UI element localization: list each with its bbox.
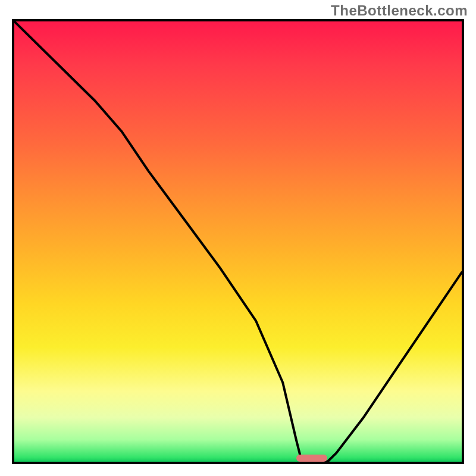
bottleneck-curve [14, 21, 462, 462]
watermark-text: TheBottleneck.com [331, 2, 468, 19]
chart-frame: TheBottleneck.com [0, 0, 476, 476]
bottleneck-curve-path [14, 21, 462, 462]
optimum-marker [296, 455, 328, 462]
plot-area [12, 19, 464, 464]
